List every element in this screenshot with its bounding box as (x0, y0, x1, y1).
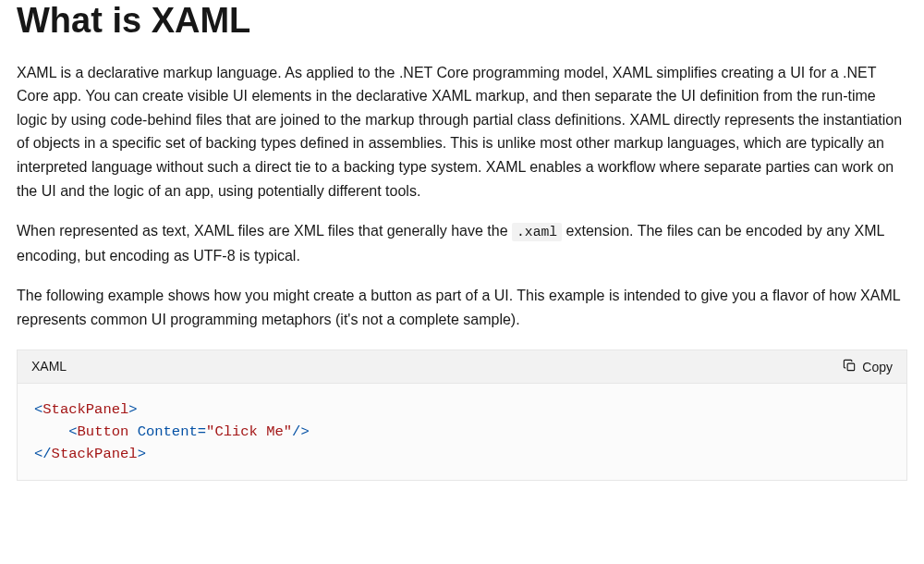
copy-icon (843, 359, 857, 375)
code-block: XAML Copy <StackPanel> <Button Content="… (17, 349, 907, 480)
intro-paragraph: XAML is a declarative markup language. A… (17, 61, 907, 203)
code-token: StackPanel (52, 446, 138, 462)
code-header: XAML Copy (18, 350, 906, 383)
code-token: </ (34, 446, 52, 462)
code-token: = (198, 423, 206, 440)
code-token: Button (78, 423, 129, 440)
code-token: > (128, 401, 137, 418)
example-intro-paragraph: The following example shows how you migh… (17, 284, 907, 331)
code-content: <StackPanel> <Button Content="Click Me"/… (18, 384, 906, 480)
svg-rect-0 (847, 363, 855, 371)
code-token: StackPanel (43, 401, 128, 418)
code-token: /> (292, 423, 310, 440)
code-token: "Click Me" (206, 423, 292, 440)
file-extension-paragraph: When represented as text, XAML files are… (17, 219, 907, 267)
code-token: < (34, 401, 43, 418)
xaml-extension-code: .xaml (512, 223, 562, 241)
code-token: < (68, 423, 77, 440)
code-token: > (138, 446, 146, 462)
code-token (34, 423, 68, 440)
code-token (128, 423, 137, 440)
copy-button-label: Copy (862, 360, 893, 374)
copy-button[interactable]: Copy (843, 359, 893, 375)
para2-text-before: When represented as text, XAML files are… (17, 223, 512, 239)
code-language-label: XAML (31, 356, 67, 376)
code-token: Content (138, 423, 198, 440)
page-heading: What is XAML (17, 0, 907, 43)
